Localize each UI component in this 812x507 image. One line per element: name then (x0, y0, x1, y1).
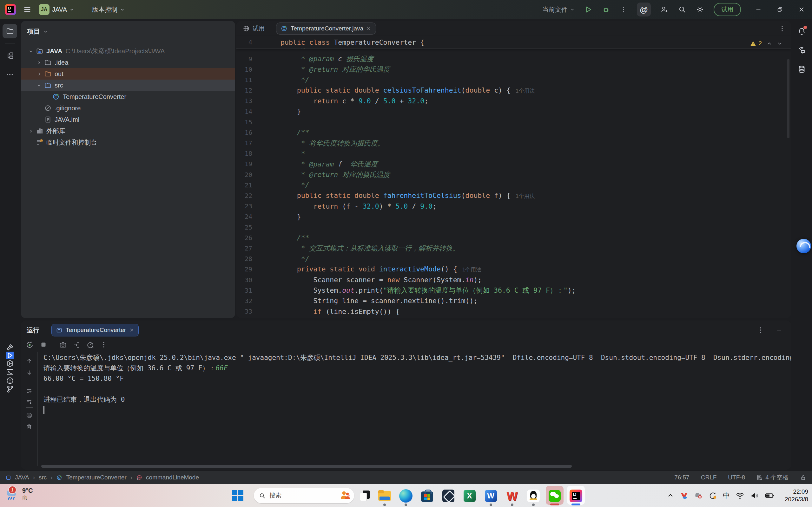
code-line-13[interactable]: 13 return c * 9.0 / 5.0 + 32.0; (237, 96, 791, 106)
tree-item-临时文件和控制台[interactable]: 临时文件和控制台 (21, 137, 235, 148)
ime-indicator[interactable]: 中 (723, 491, 730, 500)
stop-button[interactable] (40, 341, 47, 348)
code-line-27[interactable]: 27 * 交互式模式：从标准输入读取一行，解析并转换。 (237, 243, 791, 253)
code-line-22[interactable]: 22 public static double fahrenheitToCels… (237, 190, 791, 201)
chevron-down-icon[interactable] (27, 49, 35, 54)
ai-floating-button[interactable] (797, 239, 811, 253)
thread-dump-icon[interactable] (59, 341, 67, 349)
code-line-33[interactable]: 33 if (line.isEmpty()) { (237, 306, 791, 317)
ai-chat-tool-icon[interactable] (794, 43, 809, 57)
build-tool-icon[interactable] (6, 343, 14, 352)
battery-icon[interactable] (765, 492, 774, 499)
tree-item-JAVA.iml[interactable]: JAVA.iml (21, 114, 235, 125)
code-line-23[interactable]: 23 return (f - 32.0) * 5.0 / 9.0; (237, 201, 791, 212)
git-tool-icon[interactable] (6, 385, 14, 393)
crumb-method[interactable]: commandLineMode (146, 474, 199, 481)
crumb-project[interactable]: JAVA (15, 474, 29, 481)
run-tab-active[interactable]: TemperatureConverter (51, 324, 139, 336)
taskbar-app-excel[interactable]: X (459, 486, 480, 506)
main-menu-icon[interactable] (23, 5, 32, 14)
code-line-10[interactable]: 10 * @return 对应的华氏温度 (237, 64, 791, 74)
code-line-17[interactable]: 17 * 将华氏度转换为摄氏度。 (237, 138, 791, 149)
code-line-24[interactable]: 24 } (237, 212, 791, 222)
code-line-31[interactable]: 31 System.out.print("请输入要转换的温度与单位（例如 36.… (237, 285, 791, 295)
rerun-button[interactable] (26, 341, 34, 349)
clear-console-icon[interactable] (26, 423, 33, 430)
taskbar-app-store[interactable] (416, 486, 438, 506)
print-icon[interactable] (26, 412, 33, 419)
inspections-widget[interactable]: 2 (750, 40, 783, 47)
code-area[interactable]: 9 * @param c 摄氏温度10 * @return 对应的华氏温度11 … (237, 54, 791, 317)
wifi-icon[interactable] (735, 492, 745, 500)
more-tool-windows-icon[interactable] (3, 67, 17, 82)
code-line-16[interactable]: 16 /** (237, 127, 791, 137)
tray-clock[interactable]: 22:09 2026/3/8 (785, 488, 808, 503)
attach-console-icon[interactable] (73, 341, 81, 349)
code-line-18[interactable]: 18 * (237, 149, 791, 159)
scroll-to-end-icon[interactable] (26, 399, 33, 407)
code-line-12[interactable]: 12 public static double celsiusToFahrenh… (237, 85, 791, 96)
code-line-32[interactable]: 32 String line = scanner.nextLine().trim… (237, 295, 791, 306)
weather-widget[interactable]: 1 9°C 雨 (4, 487, 33, 501)
taskbar-app-defender[interactable] (438, 486, 459, 506)
code-line-20[interactable]: 20 * @return 对应的摄氏温度 (237, 169, 791, 180)
taskbar-app-wps[interactable]: W (501, 486, 523, 506)
close-tab-icon[interactable] (366, 26, 371, 31)
chevron-down-icon[interactable] (35, 83, 43, 88)
code-line-29[interactable]: 29 private static void interactiveMode()… (237, 264, 791, 275)
taskbar-app-idea[interactable]: IJ (565, 486, 587, 506)
taskbar-app-word[interactable]: W (480, 486, 501, 506)
code-line-19[interactable]: 19 * @param f 华氏温度 (237, 159, 791, 169)
volume-icon[interactable] (750, 492, 759, 500)
taskbar-search[interactable]: 搜索 (254, 488, 354, 503)
code-line-30[interactable]: 30 Scanner scanner = new Scanner(System.… (237, 275, 791, 285)
wps-cloud-icon[interactable] (680, 492, 688, 500)
run-tool-icon[interactable] (6, 352, 14, 359)
trial-tab[interactable]: 试用 (243, 24, 265, 33)
code-with-me-icon[interactable] (660, 5, 669, 14)
readonly-lock-icon[interactable] (800, 474, 806, 481)
run-button[interactable] (584, 5, 593, 14)
chevron-right-icon[interactable] (27, 129, 35, 133)
terminal-tool-icon[interactable] (6, 368, 14, 376)
editor-scrollbar[interactable] (787, 59, 790, 138)
minimize-button[interactable] (755, 6, 762, 13)
tree-item-src[interactable]: src (21, 79, 235, 91)
cloud-sync-error-icon[interactable] (694, 492, 703, 500)
toolbar-more-icon[interactable] (100, 341, 108, 348)
prev-occurrence-icon[interactable] (26, 358, 33, 364)
tree-item-.gitignore[interactable]: .gitignore (21, 102, 235, 114)
tree-item-TemperatureConverter[interactable]: C TemperatureConverter (21, 91, 235, 102)
commit-tool-icon[interactable] (3, 48, 17, 63)
next-occurrence-icon[interactable] (26, 369, 33, 376)
project-panel-header[interactable]: 项目 (21, 21, 235, 36)
task-view-button[interactable] (360, 491, 370, 501)
crumb-src[interactable]: src (39, 474, 47, 481)
code-line-28[interactable]: 28 */ (237, 253, 791, 264)
code-line-11[interactable]: 11 */ (237, 74, 791, 85)
code-line-21[interactable]: 21 */ (237, 180, 791, 190)
close-button[interactable] (798, 6, 805, 13)
hide-panel-icon[interactable] (775, 326, 783, 334)
code-line-25[interactable]: 25 (237, 222, 791, 232)
indent-setting[interactable]: 4 个空格 (757, 473, 789, 482)
tree-item-out[interactable]: out (21, 68, 235, 79)
trial-button[interactable]: 试用 (714, 3, 741, 16)
vcs-widget[interactable]: 版本控制 (92, 5, 125, 14)
sticky-line[interactable]: 4 public class TemperatureConverter { (237, 36, 791, 49)
prev-warning-icon[interactable] (766, 41, 772, 47)
debug-button[interactable] (602, 5, 610, 14)
console-hscrollbar[interactable] (41, 465, 572, 468)
code-line-15[interactable]: 15 (237, 117, 791, 127)
code-line-9[interactable]: 9 * @param c 摄氏温度 (237, 54, 791, 64)
caret-position[interactable]: 76:57 (674, 474, 690, 481)
tray-expand-icon[interactable] (667, 492, 674, 499)
run-panel-options-icon[interactable] (757, 326, 764, 334)
breadcrumb[interactable]: JAVA › src › C TemperatureConverter › m … (6, 474, 199, 481)
more-actions-icon[interactable] (620, 6, 627, 13)
tree-item-外部库[interactable]: 外部库 (21, 125, 235, 137)
services-tool-icon[interactable] (6, 359, 14, 368)
tree-item-JAVA[interactable]: JAVAC:\Users\朱彦硕\IdeaProjects\JAVA (21, 45, 235, 57)
code-line-14[interactable]: 14 } (237, 106, 791, 117)
taskbar-app-wechat[interactable] (544, 486, 565, 506)
